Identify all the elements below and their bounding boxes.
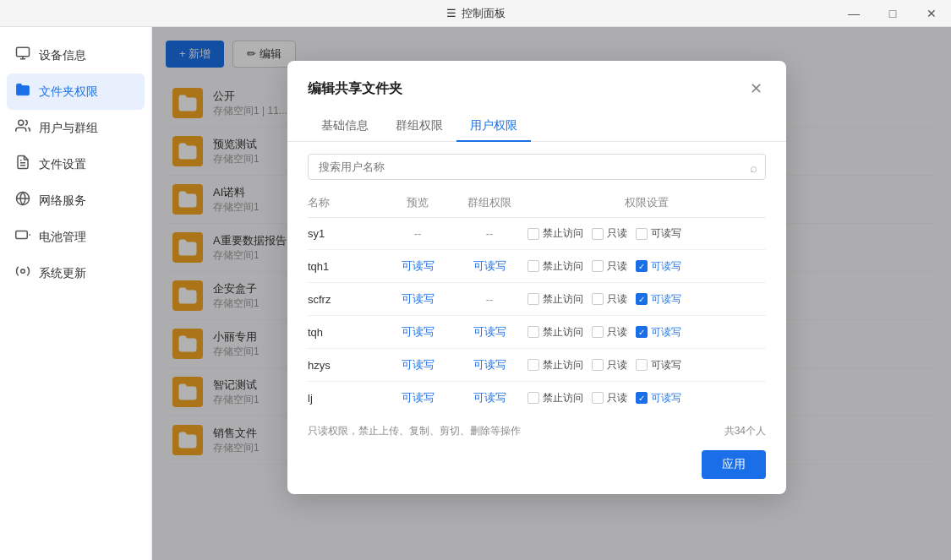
checkbox-readonly[interactable]: [592, 392, 604, 404]
col-header-perm: 权限设置: [527, 195, 766, 210]
table-row: hzys 可读写 可读写 禁止访问 只读: [308, 349, 766, 382]
main-layout: 设备信息 文件夹权限 用户与群组 文件设置 网络服务: [0, 27, 951, 560]
titlebar: ☰ 控制面板 — □ ✕: [0, 0, 951, 27]
perm-item-readonly[interactable]: 只读: [592, 391, 627, 405]
perm-item-readonly[interactable]: 只读: [592, 226, 627, 241]
tab-group-perm[interactable]: 群组权限: [382, 111, 456, 142]
preview-val: 可读写: [384, 291, 451, 307]
sidebar-label-folder-perm: 文件夹权限: [39, 84, 98, 100]
sidebar: 设备信息 文件夹权限 用户与群组 文件设置 网络服务: [0, 27, 152, 560]
table-row: scfrz 可读写 -- 禁止访问 只读: [308, 283, 766, 316]
perm-label-no-access: 禁止访问: [543, 391, 583, 405]
perm-item-readonly[interactable]: 只读: [592, 325, 627, 340]
checkbox-readwrite[interactable]: [636, 228, 648, 240]
sidebar-item-user-group[interactable]: 用户与群组: [0, 110, 151, 146]
sidebar-label-user-group: 用户与群组: [39, 121, 98, 136]
table-row: tqh 可读写 可读写 禁止访问 只读: [308, 316, 766, 349]
checkbox-no-access[interactable]: [527, 228, 539, 240]
perm-item-no-access[interactable]: 禁止访问: [527, 325, 583, 340]
sidebar-label-battery: 电池管理: [39, 230, 86, 245]
perm-label-readonly: 只读: [607, 391, 627, 405]
sidebar-label-device-info: 设备信息: [39, 48, 86, 63]
perm-label-readwrite: 可读写: [651, 325, 681, 340]
sidebar-item-system-update[interactable]: 系统更新: [0, 255, 151, 291]
group-val: 可读写: [451, 324, 527, 340]
svg-rect-0: [17, 47, 30, 57]
titlebar-title: ☰ 控制面板: [446, 6, 506, 21]
perm-label-readonly: 只读: [607, 226, 627, 241]
checkbox-readwrite[interactable]: [636, 392, 648, 404]
checkbox-readonly[interactable]: [592, 326, 604, 338]
perm-group: 禁止访问 只读 可读写: [527, 325, 766, 340]
checkbox-readonly[interactable]: [592, 359, 604, 371]
user-name: hzys: [308, 359, 384, 372]
apply-button[interactable]: 应用: [702, 450, 766, 479]
checkbox-readwrite[interactable]: [636, 293, 648, 305]
checkbox-readwrite[interactable]: [636, 359, 648, 371]
perm-item-readwrite[interactable]: 可读写: [636, 325, 681, 340]
perm-item-readwrite[interactable]: 可读写: [636, 292, 681, 307]
user-name: sy1: [308, 227, 384, 240]
preview-val: 可读写: [384, 390, 451, 405]
perm-item-readwrite[interactable]: 可读写: [636, 391, 681, 405]
perm-group: 禁止访问 只读 可读写: [527, 226, 766, 241]
perm-item-no-access[interactable]: 禁止访问: [527, 391, 583, 405]
dialog-close-button[interactable]: ✕: [746, 76, 766, 101]
dialog-tabs: 基础信息 群组权限 用户权限: [287, 101, 786, 142]
sidebar-item-device-info[interactable]: 设备信息: [0, 37, 151, 73]
user-name: scfrz: [308, 293, 384, 306]
titlebar-title-text: 控制面板: [462, 6, 506, 21]
sidebar-item-battery[interactable]: 电池管理: [0, 219, 151, 255]
perm-label-readonly: 只读: [607, 358, 627, 372]
group-val: 可读写: [451, 357, 527, 372]
checkbox-no-access[interactable]: [527, 260, 539, 272]
svg-rect-8: [16, 231, 28, 239]
perm-item-no-access[interactable]: 禁止访问: [527, 358, 583, 372]
sidebar-item-folder-perm[interactable]: 文件夹权限: [7, 73, 145, 110]
perm-item-readonly[interactable]: 只读: [592, 358, 627, 372]
svg-point-3: [19, 120, 24, 125]
perm-item-readwrite[interactable]: 可读写: [636, 358, 681, 372]
minimize-button[interactable]: —: [834, 0, 873, 27]
content-area: + 新增 ✏ 编辑 公开 存储空间1 | 11.... 预览测试: [152, 27, 951, 560]
sidebar-item-file-settings[interactable]: 文件设置: [0, 146, 151, 182]
checkbox-readwrite[interactable]: [636, 326, 648, 338]
checkbox-readonly[interactable]: [592, 293, 604, 305]
perm-item-no-access[interactable]: 禁止访问: [527, 259, 583, 274]
dialog-title: 编辑共享文件夹: [308, 80, 402, 98]
group-val: 可读写: [451, 258, 527, 274]
perm-label-no-access: 禁止访问: [543, 292, 583, 307]
col-header-preview: 预览: [384, 195, 451, 210]
checkbox-no-access[interactable]: [527, 293, 539, 305]
checkbox-readonly[interactable]: [592, 260, 604, 272]
checkbox-no-access[interactable]: [527, 392, 539, 404]
perm-label-readwrite: 可读写: [651, 259, 681, 274]
file-settings-icon: [15, 155, 30, 174]
perm-item-no-access[interactable]: 禁止访问: [527, 226, 583, 241]
search-area: ⌕: [308, 154, 766, 180]
perm-label-readonly: 只读: [607, 259, 627, 274]
maximize-button[interactable]: □: [873, 0, 912, 27]
perm-label-no-access: 禁止访问: [543, 325, 583, 340]
footer-count: 共34个人: [724, 424, 766, 438]
perm-group: 禁止访问 只读 可读写: [527, 358, 766, 372]
tab-user-perm[interactable]: 用户权限: [456, 111, 531, 142]
perm-item-no-access[interactable]: 禁止访问: [527, 292, 583, 307]
checkbox-no-access[interactable]: [527, 359, 539, 371]
sidebar-label-system-update: 系统更新: [39, 266, 86, 281]
perm-item-readwrite[interactable]: 可读写: [636, 259, 681, 274]
preview-val: --: [384, 227, 451, 240]
tab-basic-info[interactable]: 基础信息: [308, 111, 382, 142]
user-name: lj: [308, 392, 384, 405]
checkbox-readwrite[interactable]: [636, 260, 648, 272]
checkbox-readonly[interactable]: [592, 228, 604, 240]
sidebar-item-network-service[interactable]: 网络服务: [0, 182, 151, 219]
close-button[interactable]: ✕: [912, 0, 951, 27]
perm-item-readwrite[interactable]: 可读写: [636, 226, 681, 241]
perm-item-readonly[interactable]: 只读: [592, 259, 627, 274]
perm-item-readonly[interactable]: 只读: [592, 292, 627, 307]
preview-val: 可读写: [384, 324, 451, 340]
checkbox-no-access[interactable]: [527, 326, 539, 338]
group-val: 可读写: [451, 390, 527, 405]
search-input[interactable]: [308, 154, 766, 180]
